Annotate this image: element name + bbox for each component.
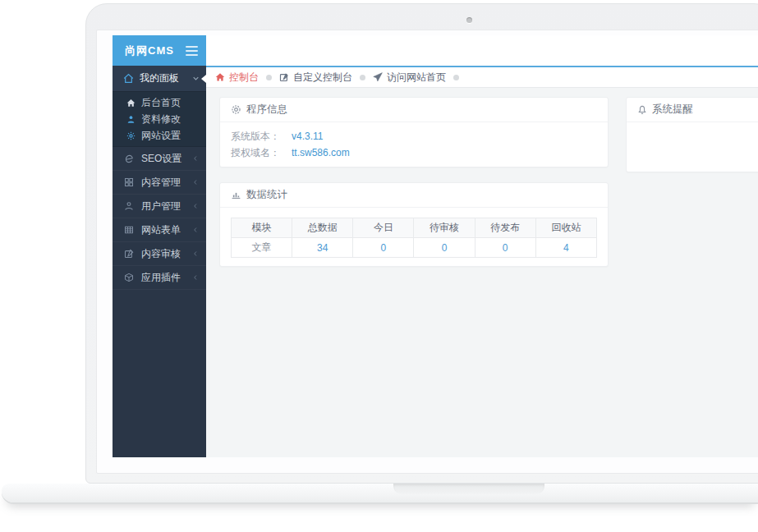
cell-pending-publish-link[interactable]: 0 — [475, 238, 535, 258]
sidebar-item-seo-settings[interactable]: SEO设置 — [113, 147, 206, 171]
sidebar: 我的面板 后台首页 资料修改 — [113, 66, 206, 457]
pencil-square-icon — [123, 249, 135, 259]
seo-icon — [123, 154, 135, 164]
box-icon — [123, 273, 135, 282]
sidebar-item-app-plugins[interactable]: 应用插件 — [113, 266, 206, 290]
sidebar-group-my-panel[interactable]: 我的面板 — [113, 66, 206, 91]
program-info-title: 程序信息 — [246, 103, 287, 117]
domain-value-link[interactable]: tt.sw586.com — [292, 147, 350, 158]
bell-icon — [637, 105, 647, 115]
data-stats-header: 数据统计 — [220, 183, 608, 208]
stats-table-header-row: 模块 总数据 今日 待审核 待发布 回收站 — [232, 218, 597, 238]
stats-table-row-article: 文章 34 0 0 0 4 — [232, 238, 597, 258]
sidebar-item-content-review[interactable]: 内容审核 — [113, 242, 206, 266]
bar-chart-icon — [231, 190, 241, 200]
version-value-link[interactable]: v4.3.11 — [292, 131, 323, 142]
settings-gear-icon — [231, 104, 241, 115]
col-total: 总数据 — [292, 218, 353, 238]
cell-total-link[interactable]: 34 — [292, 238, 353, 258]
send-icon — [373, 72, 383, 82]
breadcrumb-close-dot[interactable] — [360, 75, 365, 80]
sidebar-item-user-management[interactable]: 用户管理 — [113, 195, 206, 218]
col-pending-publish: 待发布 — [475, 218, 535, 238]
domain-label: 授权域名： — [231, 146, 280, 160]
chevron-left-icon — [192, 274, 199, 281]
program-info-panel: 程序信息 系统版本： v4.3.11 授权域名： tt.sw586.com — [219, 97, 609, 167]
app-logo-text: 尚网CMS — [125, 44, 174, 58]
edit-icon — [279, 72, 289, 82]
breadcrumb-item-console[interactable]: 控制台 — [215, 71, 259, 85]
home-icon — [215, 72, 225, 82]
cell-recycle-bin-link[interactable]: 4 — [535, 238, 596, 258]
chevron-left-icon — [192, 179, 199, 186]
breadcrumb-close-dot[interactable] — [453, 75, 459, 80]
sidebar-item-content-management[interactable]: 内容管理 — [113, 171, 206, 195]
chevron-left-icon — [192, 203, 199, 209]
domain-row: 授权域名： tt.sw586.com — [231, 144, 597, 161]
gear-icon — [126, 131, 136, 140]
sidebar-submenu: 后台首页 资料修改 网站设置 — [113, 91, 206, 147]
breadcrumb: 控制台 自定义控制台 访问网站首页 — [206, 67, 758, 88]
cell-module: 文章 — [232, 238, 292, 258]
stats-table: 模块 总数据 今日 待审核 待发布 回收站 文章 34 0 — [231, 218, 597, 258]
main-content: 程序信息 系统版本： v4.3.11 授权域名： tt.sw586.com — [206, 88, 758, 457]
chevron-down-icon — [192, 75, 200, 82]
breadcrumb-item-visit-site[interactable]: 访问网站首页 — [373, 71, 446, 85]
active-item-arrow — [201, 75, 206, 83]
data-stats-title: 数据统计 — [246, 188, 287, 202]
app-logo-block: 尚网CMS — [113, 35, 206, 66]
user-outline-icon — [123, 201, 135, 211]
version-row: 系统版本： v4.3.11 — [231, 128, 597, 144]
program-info-header: 程序信息 — [220, 98, 608, 122]
laptop-base-notch — [393, 484, 544, 494]
app-viewport: 尚网CMS 控制台 自定义控制台 — [113, 35, 758, 457]
top-header-bar — [206, 35, 758, 67]
cell-today-link[interactable]: 0 — [353, 238, 414, 258]
laptop-base — [2, 484, 758, 502]
grid-icon — [123, 177, 135, 187]
sidebar-item-site-settings[interactable]: 网站设置 — [113, 127, 206, 144]
home-filled-icon — [126, 99, 136, 108]
breadcrumb-close-dot[interactable] — [266, 75, 272, 80]
laptop-camera — [466, 17, 472, 23]
sidebar-item-profile-edit[interactable]: 资料修改 — [113, 111, 206, 127]
home-outline-icon — [123, 73, 134, 84]
col-recycle-bin: 回收站 — [535, 218, 596, 238]
col-module: 模块 — [232, 218, 292, 238]
chevron-left-icon — [192, 155, 199, 162]
chevron-left-icon — [192, 227, 199, 233]
screenshot-stage: 尚网CMS 控制台 自定义控制台 — [0, 0, 758, 532]
data-stats-panel: 数据统计 模块 总数据 今日 待审核 待发布 回收站 — [219, 182, 609, 267]
sidebar-item-site-forms[interactable]: 网站表单 — [113, 218, 206, 242]
breadcrumb-item-custom-console[interactable]: 自定义控制台 — [279, 71, 352, 85]
system-alert-header: 系统提醒 — [627, 98, 758, 122]
cell-pending-review-link[interactable]: 0 — [414, 238, 475, 258]
col-pending-review: 待审核 — [414, 218, 475, 238]
table-icon — [123, 225, 135, 235]
system-alert-panel: 系统提醒 — [626, 97, 758, 172]
col-today: 今日 — [353, 218, 414, 238]
menu-toggle-icon[interactable] — [186, 46, 198, 56]
version-label: 系统版本： — [231, 130, 280, 144]
sidebar-item-backend-home[interactable]: 后台首页 — [113, 94, 206, 111]
program-info-body: 系统版本： v4.3.11 授权域名： tt.sw586.com — [220, 122, 608, 167]
system-alert-title: 系统提醒 — [652, 103, 693, 117]
user-icon — [126, 115, 136, 124]
chevron-left-icon — [192, 250, 199, 257]
